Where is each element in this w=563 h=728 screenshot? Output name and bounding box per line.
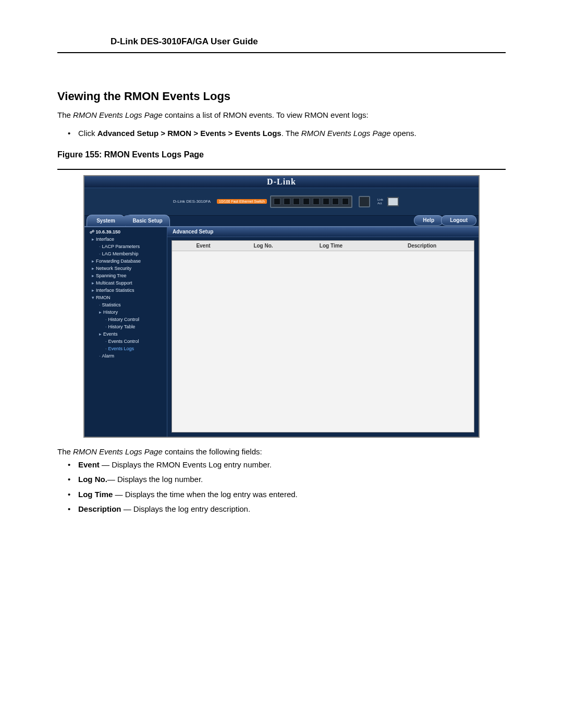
table-header: Event Log No. Log Time Description — [172, 241, 474, 251]
tab-row: System Basic Setup Help Logout — [84, 215, 479, 226]
field-description: Log Time — Displays the time when the lo… — [57, 489, 506, 501]
col-log-no: Log No. — [235, 241, 292, 251]
sidebar-item[interactable]: History Control — [84, 316, 167, 323]
logo-bar: D-Link — [84, 176, 479, 188]
intro-paragraph: The RMON Events Logs Page contains a lis… — [57, 110, 506, 119]
sidebar-item[interactable]: Events — [84, 330, 167, 338]
running-header: D-Link DES-3010FA/GA User Guide — [57, 36, 506, 53]
tab-basic-setup[interactable]: Basic Setup — [125, 215, 170, 227]
sidebar-nav: ☍ 10.6.39.150 InterfaceLACP ParametersLA… — [84, 227, 167, 437]
brand-logo: D-Link — [267, 177, 296, 186]
logout-button[interactable]: Logout — [441, 215, 476, 226]
sidebar-item[interactable]: Events Logs — [84, 345, 167, 352]
sidebar-item[interactable]: Alarm — [84, 352, 167, 360]
fields-intro: The RMON Events Logs Page contains the f… — [57, 447, 506, 456]
sidebar-item[interactable]: Spanning Tree — [84, 272, 167, 279]
sidebar-item[interactable]: LAG Membership — [84, 250, 167, 257]
device-band: D-Link DES-3010FA 10/100 Fast Ethernet S… — [84, 188, 479, 216]
device-leds-icon: LinkAct — [377, 198, 383, 205]
sidebar-item[interactable]: Statistics — [84, 301, 167, 309]
tree-root-icon: ☍ — [90, 229, 96, 235]
sidebar-item[interactable]: Interface Statistics — [84, 287, 167, 294]
field-description: Description — Displays the log entry des… — [57, 503, 506, 515]
sidebar-item[interactable]: Network Security — [84, 265, 167, 272]
sidebar-item[interactable]: RMON — [84, 294, 167, 301]
figure-caption: Figure 155: RMON Events Logs Page — [57, 150, 506, 159]
sidebar-item[interactable]: LACP Parameters — [84, 243, 167, 250]
sidebar-item[interactable]: Events Control — [84, 338, 167, 345]
section-heading: Viewing the RMON Events Logs — [57, 90, 506, 103]
sidebar-item[interactable]: History — [84, 309, 167, 316]
doc-title: D-Link DES-3010FA/GA User Guide — [111, 36, 258, 46]
sidebar-item[interactable]: Forwarding Database — [84, 257, 167, 265]
col-log-time: Log Time — [292, 241, 370, 251]
device-ip: ☍ 10.6.39.150 — [84, 229, 167, 235]
breadcrumb: Advanced Setup — [167, 227, 479, 237]
sidebar-item[interactable]: History Table — [84, 323, 167, 330]
field-description: Log No.— Displays the log number. — [57, 474, 506, 486]
dlink-admin-ui: D-Link D-Link DES-3010FA 10/100 Fast Eth… — [83, 175, 480, 438]
help-button[interactable]: Help — [414, 215, 443, 226]
device-screen-icon — [387, 197, 399, 206]
device-ports-icon — [270, 195, 352, 208]
device-badge: 10/100 Fast Ethernet Switch — [217, 199, 267, 204]
sidebar-item[interactable]: Multicast Support — [84, 279, 167, 287]
device-fiber-icon — [359, 196, 370, 207]
field-description: Event — Displays the RMON Events Log ent… — [57, 459, 506, 471]
events-logs-panel: Event Log No. Log Time Description — [172, 240, 474, 433]
sidebar-item[interactable]: Interface — [84, 236, 167, 243]
step-click-path: Click Advanced Setup > RMON > Events > E… — [57, 128, 506, 140]
col-event: Event — [172, 241, 235, 251]
device-model: D-Link DES-3010FA — [173, 199, 211, 204]
figure-frame: D-Link D-Link DES-3010FA 10/100 Fast Eth… — [57, 169, 506, 438]
col-description: Description — [370, 241, 474, 251]
